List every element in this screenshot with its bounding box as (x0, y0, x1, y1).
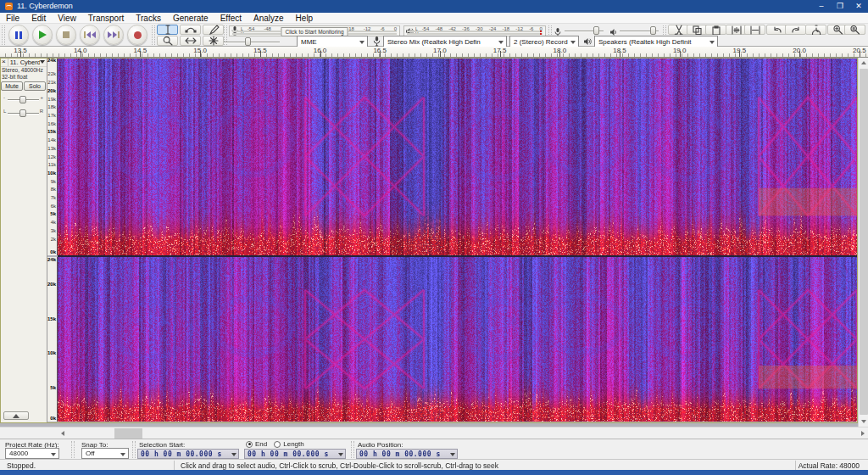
menu-analyze[interactable]: Analyze (248, 13, 290, 24)
timeline-major-tick (680, 51, 681, 57)
menu-tracks[interactable]: Tracks (130, 13, 167, 24)
status-bar: Stopped. Click and drag to select audio,… (0, 459, 868, 470)
close-button[interactable]: ✕ (849, 0, 868, 13)
arrow-right-icon (861, 431, 865, 436)
frequency-ruler-right[interactable]: 24k20k15k10k5k0k (47, 257, 58, 422)
playback-device-icon (582, 36, 593, 47)
snap-to-select[interactable]: Off (81, 448, 129, 459)
track-menu-icon[interactable] (40, 60, 45, 64)
frequency-label: 9k (51, 179, 56, 184)
track-control-panel[interactable]: × 11. Cyberd Stereo, 48000Hz 32-bit floa… (0, 58, 47, 422)
zoom-tool-button[interactable] (157, 36, 178, 46)
minimize-button[interactable]: – (812, 0, 831, 13)
frequency-label: 2k (51, 237, 56, 242)
skip-to-end-icon (108, 31, 120, 38)
timeline-major-tick (140, 51, 141, 57)
frequency-label: 6k (51, 204, 56, 209)
menu-effect[interactable]: Effect (214, 13, 248, 24)
selbar-grip[interactable] (71, 441, 75, 458)
menu-transport[interactable]: Transport (82, 13, 130, 24)
frequency-label: 12k (47, 154, 56, 159)
audio-host-select[interactable]: MME (297, 36, 368, 48)
skip-to-start-button[interactable] (80, 25, 100, 45)
zoom-tool-icon (162, 36, 174, 46)
frequency-label: 20k (47, 88, 56, 93)
frequency-label: 15k (47, 316, 56, 321)
spectrogram-right-channel[interactable] (58, 257, 858, 422)
playback-volume-slider[interactable] (620, 29, 659, 33)
playback-speed-slider[interactable] (217, 40, 280, 44)
chevron-down-icon (231, 453, 236, 456)
audio-position-field[interactable]: 00 h 00 m 00.000 s (356, 449, 458, 459)
scroll-down-button[interactable] (859, 416, 868, 427)
timeline-major-tick (200, 51, 201, 57)
paste-button[interactable] (705, 25, 726, 35)
selection-end-field[interactable]: 00 h 00 m 00.000 s (244, 449, 346, 459)
vertical-scrollbar[interactable] (858, 58, 868, 427)
recording-channels-select[interactable]: 2 (Stereo) Record (509, 36, 579, 48)
status-divider (174, 461, 175, 470)
pan-slider[interactable]: L R (3, 107, 43, 119)
pause-button[interactable] (8, 25, 29, 45)
play-button[interactable] (32, 25, 53, 45)
frequency-label: 13k (47, 146, 56, 151)
maximize-button[interactable]: ❐ (831, 0, 849, 13)
toolbar-grip[interactable] (2, 25, 5, 45)
playback-device-select[interactable]: Speakers (Realtek High Definit (594, 36, 718, 48)
frequency-label: 10k (47, 170, 56, 176)
track-collapse-button[interactable] (3, 411, 29, 420)
multi-tool-button[interactable] (203, 36, 224, 46)
menu-generate[interactable]: Generate (167, 13, 214, 24)
spectrogram-left-channel[interactable] (58, 58, 858, 255)
scroll-left-button[interactable] (58, 428, 68, 439)
scroll-right-button[interactable] (858, 428, 868, 439)
tools-grip[interactable] (152, 25, 155, 45)
silence-audio-button[interactable] (744, 25, 765, 35)
timeline-major-tick (799, 51, 800, 57)
recording-volume-slider[interactable] (565, 29, 604, 33)
scroll-up-button[interactable] (859, 58, 868, 68)
time-shift-tool-button[interactable] (180, 36, 201, 46)
frequency-label: 5k (50, 211, 56, 216)
pan-right-label: R (40, 109, 43, 114)
selection-start-field[interactable]: 00 h 00 m 00.000 s (137, 449, 239, 459)
selbar-grip[interactable] (132, 441, 136, 458)
track-close-button[interactable]: × (0, 58, 8, 66)
frequency-label: 21k (47, 80, 56, 85)
envelope-tool-button[interactable] (180, 25, 201, 35)
window-title: 11. Cyberdemon (17, 0, 73, 13)
redo-icon (790, 25, 802, 35)
track-name[interactable]: 11. Cyberd (8, 59, 40, 66)
horizontal-scroll-thumb[interactable] (114, 428, 142, 439)
project-rate-select[interactable]: 48000 (5, 448, 59, 459)
length-radio[interactable]: Length (274, 440, 303, 448)
paste-icon (710, 25, 722, 35)
selection-tool-button[interactable] (157, 25, 178, 35)
sync-lock-button[interactable] (805, 25, 826, 35)
recording-device-select[interactable]: Stereo Mix (Realtek High Defin (383, 36, 507, 48)
redo-button[interactable] (785, 25, 806, 35)
vertical-scroll-thumb[interactable] (860, 69, 868, 415)
draw-tool-button[interactable] (203, 25, 224, 35)
menu-view[interactable]: View (52, 13, 82, 24)
audio-position-label: Audio Position: (358, 441, 403, 449)
audacity-window: 11. Cyberdemon – ❐ ✕ File Edit View Tran… (0, 0, 868, 475)
stop-button[interactable] (56, 25, 76, 45)
zoom-selection-button[interactable] (844, 25, 865, 35)
menu-file[interactable]: File (0, 13, 25, 24)
solo-button[interactable]: Solo (24, 81, 46, 91)
selbar-grip[interactable] (351, 441, 354, 458)
mute-button[interactable]: Mute (1, 81, 23, 91)
audacity-icon (5, 3, 13, 10)
horizontal-scrollbar[interactable] (58, 428, 868, 439)
menu-help[interactable]: Help (290, 13, 320, 24)
record-button[interactable] (127, 25, 147, 45)
menu-edit[interactable]: Edit (25, 13, 52, 24)
timeline-ruler[interactable]: 13.514.014.515.015.516.016.517.017.518.0… (0, 47, 868, 58)
end-radio[interactable]: End (246, 440, 267, 448)
track-format: Stereo, 48000Hz (0, 67, 47, 74)
gain-slider[interactable]: - + (3, 93, 43, 105)
skip-to-end-button[interactable] (103, 25, 124, 45)
frequency-ruler-left[interactable]: 24k22k21k20k19k18k17k16k15k14k13k12k11k1… (47, 58, 58, 255)
frequency-label: 0k (50, 416, 56, 421)
